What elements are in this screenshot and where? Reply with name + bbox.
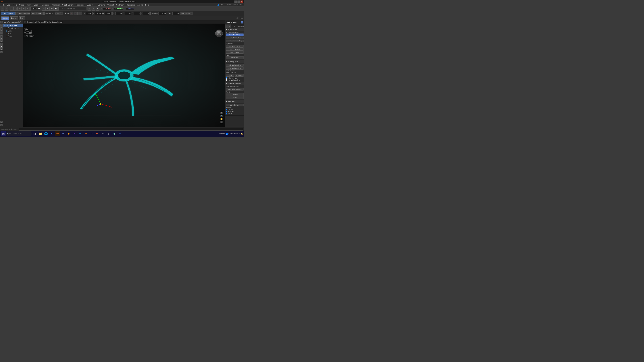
to-surface-button[interactable]: To Surface (235, 74, 244, 77)
menu-rendering[interactable]: Rendering (75, 4, 86, 6)
notifications-button[interactable]: 🔔 (240, 131, 244, 136)
u-input[interactable] (86, 12, 92, 15)
redo-button[interactable]: ↪ (5, 7, 8, 10)
position-check[interactable] (226, 109, 228, 110)
menu-substance[interactable]: Substance (126, 4, 136, 6)
working-pivot-header[interactable]: ▼ Working Pivot (225, 60, 244, 63)
lv-btn-5[interactable]: ⬡ (0, 32, 3, 34)
tray-check1[interactable] (226, 133, 228, 135)
material-editor-button[interactable]: ◆ (96, 7, 99, 10)
zoom-extents-button[interactable]: ⊞ (220, 112, 223, 114)
skin-pose-header[interactable]: ▼ Skin Pose (225, 100, 244, 103)
premiere-icon[interactable]: Pr (72, 131, 77, 136)
adjust-transform-header[interactable]: ▼ Adjust Transform (225, 82, 244, 85)
set-skin-pose-button[interactable]: Set Skin Pose (226, 104, 244, 106)
lv-btn-bottom[interactable]: ▾ (0, 121, 3, 123)
minimize-button[interactable]: ─ (234, 0, 237, 3)
lv-btn-10[interactable]: ⬜ (0, 45, 3, 48)
blender-icon[interactable]: 🔶 (66, 131, 72, 136)
edit-tab[interactable]: Edit (19, 16, 25, 20)
viewport[interactable]: [+] [Perspective] [Standard] [Facets] [E… (23, 20, 225, 127)
affect-pivot-only-button[interactable]: Affect Pivot Only (226, 33, 244, 36)
viewport-cube[interactable] (215, 29, 223, 37)
mirror-button[interactable]: ⇔ (46, 7, 50, 10)
menu-group[interactable]: Group (18, 4, 25, 6)
pan-button[interactable]: ✋ (220, 118, 223, 120)
unreal-icon[interactable]: ▼ (100, 131, 106, 136)
menu-modifiers[interactable]: Modifiers (41, 4, 50, 6)
illustrator-icon[interactable]: Ai (83, 131, 88, 136)
to-input[interactable] (143, 12, 150, 15)
close-button[interactable]: ✕ (240, 0, 243, 3)
menu-help[interactable]: Help (144, 4, 150, 6)
object-inspection-tab[interactable]: Object Inspection (16, 11, 30, 15)
tree-item-galactic-centre[interactable]: ⬡ Galactic Centre (3, 27, 23, 29)
menu-content[interactable]: Content (106, 4, 115, 6)
link-info-tab[interactable]: Link Info (238, 24, 244, 28)
vscode-icon[interactable]: ⌨ (118, 131, 123, 136)
lv-btn-12[interactable]: ◻ (0, 51, 3, 53)
render-button[interactable]: ▶ (92, 7, 95, 10)
w-input[interactable] (105, 12, 112, 15)
rotate-button[interactable]: ↻ (22, 7, 26, 10)
basic-modeling-tab[interactable]: Basic Modeling (31, 11, 44, 15)
substance-icon[interactable]: Sb (94, 131, 100, 136)
lv-btn-11[interactable]: ◼ (0, 48, 3, 50)
tree-item-star1[interactable]: ⬡ Star 1 (3, 29, 23, 32)
dont-affect-children-button[interactable]: Don't Affect Children (226, 88, 244, 90)
lv-btn-4[interactable]: ⊞ (0, 29, 3, 31)
object-paint-button[interactable]: Object Paint ▾ (180, 11, 193, 15)
spacing-input[interactable] (158, 12, 166, 15)
task-view-button[interactable]: ⊟ (32, 131, 37, 136)
lv-btn-3[interactable]: ◈ (0, 26, 3, 29)
rotation-check[interactable] (226, 111, 228, 112)
center-to-object-button[interactable]: Center to Object (226, 45, 244, 48)
array-button[interactable]: ⊠ (50, 7, 54, 10)
file-explorer-icon[interactable]: 📁 (38, 131, 43, 136)
scale-check[interactable] (226, 113, 228, 114)
tree-item-star2[interactable]: ⬡ Star 2 (3, 32, 23, 35)
lv-btn-8[interactable]: ◉ (0, 40, 3, 42)
menu-create[interactable]: Create (33, 4, 40, 6)
select-region-button[interactable]: ⬚ (14, 7, 18, 10)
galaxy-scene[interactable]: Total Polys: 915 Verts: 935 FPS: Inactiv… (23, 24, 225, 127)
align-y-button[interactable]: Y (74, 11, 78, 15)
align-to-world-button[interactable]: Align to World (226, 51, 244, 54)
edge-icon[interactable]: 🌐 (43, 131, 49, 136)
orbit-button[interactable]: ↻ (220, 121, 223, 123)
mail-icon[interactable]: ✉ (49, 131, 54, 136)
align-x-button[interactable]: X (70, 11, 74, 15)
menu-customize[interactable]: Customize (86, 4, 96, 6)
reset-pivot-button[interactable]: Reset Pivot (226, 56, 244, 59)
x-size-input[interactable] (116, 12, 122, 15)
ik-tab[interactable]: IK (232, 24, 238, 28)
lv-btn-7[interactable]: ⬢ (0, 37, 3, 39)
menu-animation[interactable]: Animation (51, 4, 61, 6)
menu-edit[interactable]: Edit (6, 4, 11, 6)
snap-toggle-button[interactable]: 🔲 (54, 7, 58, 10)
transform-reset-button[interactable]: Transform (226, 93, 244, 96)
fill-input[interactable] (172, 12, 179, 15)
lv-btn-2[interactable]: ⊠ (0, 24, 3, 26)
paint-on-button[interactable]: Paint On: (55, 11, 63, 15)
move-button[interactable]: ✛ (18, 7, 22, 10)
pivot-tab[interactable]: Pivot (225, 24, 232, 28)
menu-views[interactable]: Views (26, 4, 32, 6)
photoshop-icon[interactable]: Ps (78, 131, 83, 136)
menu-file[interactable]: File (1, 4, 6, 6)
y-size-input[interactable] (124, 12, 131, 15)
start-button[interactable]: ⊞ (1, 131, 6, 136)
align-to-view-check[interactable] (226, 77, 228, 79)
aftereffects-icon[interactable]: Ae (89, 131, 94, 136)
edit-working-pivot-button[interactable]: Edit Working Pivot (226, 64, 244, 66)
scale-reset-button[interactable]: Scale (226, 96, 244, 99)
view-option-button[interactable]: View (226, 74, 234, 77)
menu-civil-view[interactable]: Civil View (115, 4, 125, 6)
maxscript-input[interactable] (19, 128, 243, 131)
select-tab[interactable]: Select (1, 16, 9, 20)
display-tab[interactable]: Display (10, 16, 18, 20)
undo-button[interactable]: ↩ (1, 7, 4, 10)
unity-icon[interactable]: ◎ (106, 131, 111, 136)
align-z-button[interactable]: Z (78, 11, 82, 15)
object-placement-tab[interactable]: Object Placement (1, 11, 16, 15)
